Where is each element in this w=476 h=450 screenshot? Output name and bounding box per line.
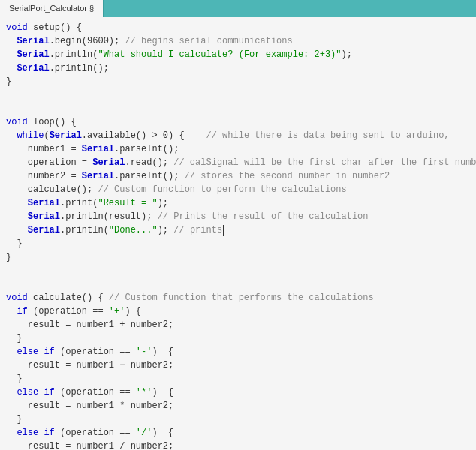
tab-bar: SerialPort_Calculator § bbox=[0, 0, 476, 16]
code-line-30: } bbox=[6, 412, 470, 426]
code-line-20 bbox=[6, 278, 470, 291]
code-line-21: void calculate() { // Custom function th… bbox=[6, 291, 470, 304]
code-line-23: result = number1 + number2; bbox=[6, 318, 470, 332]
code-line-18: } bbox=[6, 250, 470, 264]
code-line-11: operation = Serial.read(); // calSignal … bbox=[6, 156, 470, 170]
code-line-32: result = number1 / number2; bbox=[6, 440, 470, 450]
code-line-10: number1 = Serial.parseInt(); bbox=[6, 142, 470, 156]
code-line-1: void setup() { bbox=[6, 21, 470, 34]
code-line-13: calculate(); // Custom function to perfo… bbox=[6, 183, 470, 196]
code-line-25: else if (operation == '-') { bbox=[6, 345, 470, 358]
code-line-24: } bbox=[6, 332, 470, 345]
code-line-17: } bbox=[6, 237, 470, 250]
code-line-28: else if (operation == '*') { bbox=[6, 386, 470, 399]
code-line-19 bbox=[6, 264, 470, 278]
code-line-29: result = number1 * number2; bbox=[6, 399, 470, 412]
tab-serialport-calculator[interactable]: SerialPort_Calculator § bbox=[0, 0, 104, 16]
code-line-9: while(Serial.available() > 0) { // while… bbox=[6, 129, 470, 142]
code-line-3: Serial.println("What should I calculate?… bbox=[6, 48, 470, 62]
code-editor: void setup() { Serial.begin(9600); // be… bbox=[0, 16, 476, 450]
code-line-12: number2 = Serial.parseInt(); // stores t… bbox=[6, 170, 470, 183]
code-line-6 bbox=[6, 88, 470, 102]
code-line-7 bbox=[6, 102, 470, 116]
code-line-22: if (operation == '+') { bbox=[6, 304, 470, 318]
code-line-16: Serial.println("Done..."); // prints bbox=[6, 224, 470, 237]
code-line-14: Serial.print("Result = "); bbox=[6, 196, 470, 210]
code-line-4: Serial.println(); bbox=[6, 62, 470, 75]
code-line-31: else if (operation == '/') { bbox=[6, 426, 470, 440]
code-line-5: } bbox=[6, 75, 470, 88]
code-line-27: } bbox=[6, 372, 470, 386]
code-line-26: result = number1 − number2; bbox=[6, 358, 470, 372]
code-line-2: Serial.begin(9600); // begins serial com… bbox=[6, 34, 470, 48]
code-line-15: Serial.println(result); // Prints the re… bbox=[6, 210, 470, 224]
code-line-8: void loop() { bbox=[6, 116, 470, 129]
